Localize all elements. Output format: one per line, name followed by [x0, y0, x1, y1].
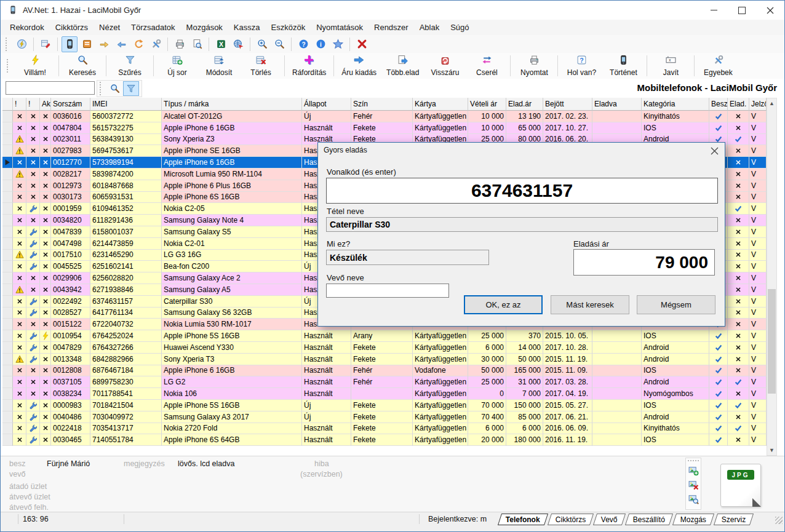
menu-item-cikktörzs[interactable]: Cikktörzs: [50, 21, 94, 34]
table-row[interactable]: 00009837018421504Apple iPhone 5S 16GBÚjF…: [2, 400, 767, 411]
excel-export-icon[interactable]: X: [213, 36, 229, 52]
column-header-allapot[interactable]: Állapot: [302, 98, 351, 111]
column-header-vetel[interactable]: Vételi ár: [468, 98, 506, 111]
view-image-icon[interactable]: [687, 493, 699, 505]
action-visszáru[interactable]: Visszáru: [424, 53, 466, 79]
status-tab-szerviz[interactable]: Szerviz: [714, 514, 754, 525]
dialog-close-icon[interactable]: [711, 146, 719, 154]
action-áru-kiadás[interactable]: Áru kiadás: [337, 53, 381, 79]
menu-item-súgó[interactable]: Súgó: [445, 21, 474, 34]
status-tab-cikktörzs[interactable]: Cikktörzs: [547, 514, 594, 525]
table-row[interactable]: 00360165600372772Alcatel OT-2012GÚjFehér…: [2, 111, 767, 122]
help-icon[interactable]: ?: [295, 36, 311, 52]
scroll-down-icon[interactable]: ▼: [767, 445, 776, 455]
zoom-in-icon[interactable]: [254, 36, 270, 52]
scroll-up-icon[interactable]: ▲: [767, 98, 776, 108]
quick-sync-icon[interactable]: [14, 36, 30, 52]
column-header-mark3[interactable]: Akc: [40, 98, 51, 111]
table-row[interactable]: 00371056899758230LG G2HasználtFehérKárty…: [2, 376, 767, 388]
close-button[interactable]: [756, 1, 784, 20]
settings-tools-icon[interactable]: [148, 36, 164, 52]
column-header-bejott[interactable]: Bejött: [543, 98, 592, 111]
barcode-input[interactable]: [326, 178, 718, 204]
hand-right-icon[interactable]: [96, 36, 112, 52]
what-is-input[interactable]: [326, 250, 489, 265]
table-row[interactable]: 00404867030409972Samsung Galaxy A3 2017Ú…: [2, 411, 767, 423]
menu-item-törzsadatok[interactable]: Törzsadatok: [126, 21, 181, 34]
table-row[interactable]: 00224187035413717Nokia 2720 FoldHasznált…: [2, 423, 767, 435]
column-header-imei[interactable]: IMEI: [90, 98, 162, 111]
action-több-elad[interactable]: Több.elad: [381, 53, 424, 79]
column-header-sorszam[interactable]: Sorszám: [51, 98, 90, 111]
buyer-name-input[interactable]: [326, 284, 449, 298]
remove-image-icon[interactable]: [687, 478, 699, 491]
minimize-button[interactable]: [699, 1, 728, 20]
action-hol-van-[interactable]: ?Hol van?: [560, 53, 602, 79]
action-villám-[interactable]: Villám!: [14, 53, 56, 79]
info-icon[interactable]: i: [313, 36, 329, 52]
resize-grip[interactable]: [775, 517, 783, 524]
menu-item-kassza[interactable]: Kassza: [228, 21, 266, 34]
menu-item-ablak[interactable]: Ablak: [414, 21, 445, 34]
table-row[interactable]: 00304657140551784Apple iPhone 6S 64GBHas…: [2, 434, 767, 446]
column-header-mark1[interactable]: !: [13, 98, 26, 111]
column-header-besz[interactable]: Besz.: [709, 98, 728, 111]
add-image-icon[interactable]: [687, 464, 699, 477]
sale-price-input[interactable]: [573, 249, 715, 276]
scroll-thumb[interactable]: [768, 289, 776, 394]
maximize-button[interactable]: [728, 1, 756, 20]
print-preview-icon[interactable]: [189, 36, 205, 52]
column-header-tipus[interactable]: Típus / márka: [162, 98, 302, 111]
table-row[interactable]: 00109546764252024Apple iPhone 5S 16GBHas…: [2, 330, 767, 342]
menu-item-nyomtatások[interactable]: Nyomtatások: [311, 21, 369, 34]
action-egyebek[interactable]: Egyebek: [697, 53, 739, 79]
menu-item-nézet[interactable]: Nézet: [94, 21, 126, 34]
action-ráfordítás[interactable]: Ráfordítás: [287, 53, 331, 79]
status-tab-telefonok[interactable]: Telefonok: [498, 514, 548, 525]
item-name-field[interactable]: Caterpillar S30: [326, 217, 718, 232]
action-módosít[interactable]: Módosít: [198, 53, 240, 79]
search-icon[interactable]: [107, 81, 123, 96]
close-view-icon[interactable]: [354, 36, 370, 52]
menu-item-mozgások[interactable]: Mozgások: [181, 21, 228, 34]
hand-left-icon[interactable]: [113, 36, 129, 52]
action-törlés[interactable]: Törlés: [240, 53, 282, 79]
phones-view-icon[interactable]: [62, 36, 78, 52]
print-icon[interactable]: [172, 36, 188, 52]
column-header-szin[interactable]: Szín: [351, 98, 413, 111]
search-other-button[interactable]: Mást keresek: [551, 295, 629, 314]
action-nyomtat[interactable]: Nyomtat: [513, 53, 555, 79]
action-szűrés[interactable]: Szűrés: [109, 53, 151, 79]
column-header-elad[interactable]: Elad.ár: [506, 98, 543, 111]
menu-item-rekordok[interactable]: Rekordok: [4, 21, 50, 34]
favorite-icon[interactable]: [330, 36, 346, 52]
catalog-icon[interactable]: [79, 36, 95, 52]
table-row[interactable]: 00133486842882966Sony Xperia T3HasználtF…: [2, 354, 767, 365]
status-tab-mozgás[interactable]: Mozgás: [672, 514, 714, 525]
menu-item-rendszer[interactable]: Rendszer: [369, 21, 414, 34]
table-row[interactable]: 00382347011788541Nokia 106HasználtKártya…: [2, 388, 767, 400]
action-javít[interactable]: xJavít: [650, 53, 691, 79]
cancel-button[interactable]: Mégsem: [637, 295, 715, 314]
table-row[interactable]: 00478296764327266Huawei Ascend Y330Haszn…: [2, 342, 767, 354]
action-cserél[interactable]: Cserél: [466, 53, 508, 79]
column-header-jelzo[interactable]: Jelző: [749, 98, 767, 111]
action-új-sor[interactable]: Új sor: [156, 53, 198, 79]
jpg-file-icon[interactable]: JPG: [720, 464, 761, 507]
column-header-eladva[interactable]: Eladva: [592, 98, 642, 111]
zoom-out-icon[interactable]: [271, 36, 287, 52]
status-tab-vevő[interactable]: Vevő: [593, 514, 626, 525]
vertical-scrollbar[interactable]: ▲ ▼: [767, 98, 777, 456]
column-header-mark2[interactable]: !: [26, 98, 40, 111]
web-export-icon[interactable]: [230, 36, 246, 52]
table-row[interactable]: 00128086876467184Apple iPhone 6 16GBHasz…: [2, 365, 767, 377]
column-header-eladv[interactable]: Elad.: [728, 98, 749, 111]
column-header-kartya[interactable]: Kártya: [413, 98, 468, 111]
status-tab-beszállító[interactable]: Beszállító: [625, 514, 673, 525]
ok-button[interactable]: OK, ez az: [464, 295, 543, 314]
action-keresés[interactable]: Keresés: [62, 53, 103, 79]
menu-item-eszközök[interactable]: Eszközök: [266, 21, 311, 34]
clear-grid-icon[interactable]: [38, 36, 54, 52]
action-történet[interactable]: Történet: [602, 53, 644, 79]
filter-icon[interactable]: [123, 81, 139, 96]
